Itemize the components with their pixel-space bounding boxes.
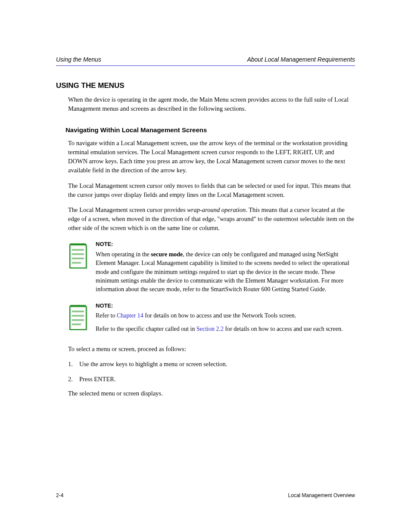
header-left: Using the Menus bbox=[56, 56, 101, 63]
note2-line2: Refer to the specific chapter called out… bbox=[96, 325, 355, 333]
note-2-text: NOTE: Refer to Chapter 14 for details on… bbox=[96, 302, 355, 333]
note-heading: NOTE: bbox=[96, 240, 355, 249]
note-block-2: NOTE: Refer to Chapter 14 for details on… bbox=[68, 303, 355, 333]
step-text: Press ENTER. bbox=[79, 375, 355, 384]
note1-prefix: When operating in the bbox=[96, 251, 151, 258]
step-text: Use the arrow keys to highlight a menu o… bbox=[79, 360, 355, 369]
note-block-1: NOTE: When operating in the secure mode,… bbox=[68, 241, 355, 294]
step-2: 2. Press ENTER. bbox=[68, 375, 355, 384]
step-1: 1. Use the arrow keys to highlight a men… bbox=[68, 360, 355, 369]
body3-prefix: The Local Management screen cursor provi… bbox=[68, 206, 187, 213]
note2-line1-prefix: Refer to bbox=[96, 312, 117, 319]
note-1-text: NOTE: When operating in the secure mode,… bbox=[96, 240, 355, 294]
note2-line1-suffix: for details on how to access and use the… bbox=[143, 312, 296, 319]
body3-emphasis: wrap-around operation bbox=[187, 206, 246, 213]
svg-rect-6 bbox=[70, 306, 86, 330]
closing-paragraph: The selected menu or screen displays. bbox=[68, 389, 355, 398]
header-right: About Local Management Requirements bbox=[247, 56, 355, 63]
header-rule bbox=[56, 65, 355, 66]
note-heading: NOTE: bbox=[96, 302, 355, 310]
section-heading: USING THE MENUS bbox=[56, 81, 355, 90]
svg-rect-0 bbox=[70, 245, 86, 268]
subsection-heading: Navigating Within Local Management Scree… bbox=[65, 126, 355, 134]
notepad-icon bbox=[68, 303, 88, 330]
section-link[interactable]: Section 2.2 bbox=[196, 326, 224, 332]
step-number: 1. bbox=[68, 360, 79, 369]
note2-line2-prefix: Refer to the specific chapter called out… bbox=[96, 326, 196, 332]
body-paragraph-3: The Local Management screen cursor provi… bbox=[68, 205, 355, 233]
page: Using the Menus About Local Management R… bbox=[0, 0, 411, 532]
note2-line1: Refer to Chapter 14 for details on how t… bbox=[96, 311, 355, 320]
note1-bold: secure mode bbox=[151, 251, 183, 258]
chapter-link[interactable]: Chapter 14 bbox=[117, 312, 143, 319]
note2-line2-suffix: for details on how to access and use eac… bbox=[224, 326, 342, 332]
footer-right-chapter: Local Management Overview bbox=[288, 492, 355, 498]
step-number: 2. bbox=[68, 375, 79, 384]
running-header: Using the Menus About Local Management R… bbox=[56, 56, 355, 63]
notepad-icon bbox=[68, 241, 88, 269]
page-footer: 2-4 Local Management Overview bbox=[56, 492, 355, 498]
intro-paragraph: When the device is operating in the agen… bbox=[68, 95, 355, 113]
footer-left-page-number: 2-4 bbox=[56, 492, 63, 498]
body-paragraph-2: The Local Management screen cursor only … bbox=[68, 181, 355, 199]
procedure-intro: To select a menu or screen, proceed as f… bbox=[68, 345, 355, 354]
body-paragraph-1: To navigate within a Local Management sc… bbox=[68, 139, 355, 175]
